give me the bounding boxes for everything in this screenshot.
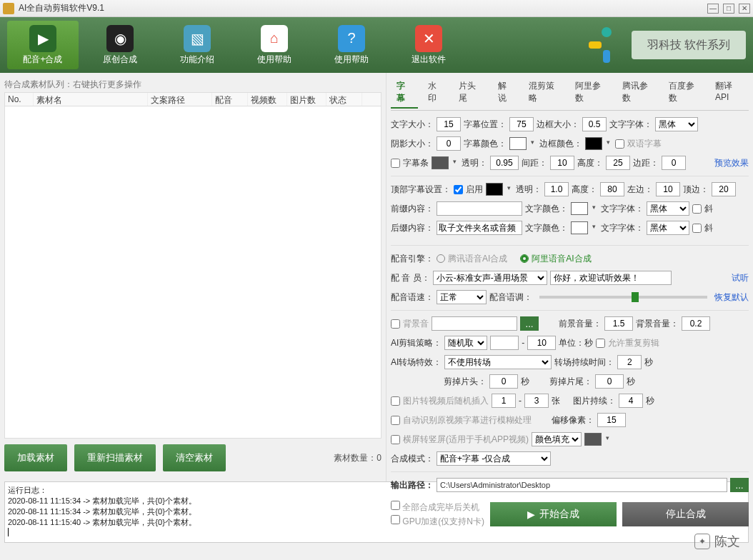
trim-head-input[interactable]	[489, 374, 518, 389]
gpu-checkbox[interactable]	[391, 515, 400, 524]
shutdown-checkbox[interactable]	[391, 501, 400, 510]
border-size-input[interactable]	[582, 117, 607, 131]
load-material-button[interactable]: 加载素材	[4, 444, 67, 471]
tool-help2[interactable]: ? 退出软件 使用帮助 使用帮助	[316, 21, 387, 69]
tab-mixcut[interactable]: 混剪策略	[523, 77, 565, 109]
engine-ali-radio[interactable]	[520, 254, 529, 263]
bgm-checkbox[interactable]	[391, 319, 400, 329]
margin-input[interactable]	[662, 156, 686, 170]
top-alpha-input[interactable]	[544, 182, 569, 196]
offset-input[interactable]	[597, 413, 626, 427]
pic-from-input[interactable]	[492, 394, 516, 408]
prefix-input[interactable]	[437, 201, 522, 216]
bilingual-checkbox[interactable]	[615, 139, 624, 149]
bar-alpha-input[interactable]	[490, 156, 519, 170]
tool-features[interactable]: ▧ 功能介绍	[161, 21, 233, 69]
font-size-input[interactable]	[437, 117, 461, 131]
shadow-input[interactable]	[437, 136, 461, 151]
top-height-input[interactable]	[600, 182, 624, 196]
material-list[interactable]	[4, 106, 382, 439]
stop-compose-button[interactable]: 停止合成	[622, 502, 749, 526]
toolbtn-label: 使用帮助	[257, 54, 291, 66]
reset-link[interactable]: 恢复默认	[714, 291, 749, 304]
label: 双语字幕	[627, 138, 662, 150]
top-color-picker[interactable]	[486, 183, 503, 196]
tool-original-compose[interactable]: ◉ 原创合成	[84, 21, 156, 69]
tool-dub-compose[interactable]: ▶ 配音+合成	[7, 21, 79, 69]
transition-select[interactable]: 不使用转场	[444, 355, 552, 369]
label: 全部合成完毕后关机	[402, 502, 479, 512]
tool-exit[interactable]: ✕ 退出软件	[393, 21, 464, 69]
tab-baidu[interactable]: 百度参数	[663, 77, 705, 109]
suffix-font-select[interactable]: 黑体	[647, 221, 689, 235]
tab-narration[interactable]: 解说	[492, 77, 519, 109]
fg-volume-input[interactable]	[604, 316, 633, 331]
minimize-button[interactable]: —	[707, 4, 719, 14]
sample-text-input[interactable]	[550, 271, 672, 285]
preview-link[interactable]: 预览效果	[714, 157, 749, 169]
brand-text: 羽科技 软件系列	[632, 31, 746, 59]
prefix-color-picker[interactable]	[571, 202, 588, 215]
fill-color-picker[interactable]	[584, 433, 602, 446]
tone-slider[interactable]	[539, 296, 707, 299]
suffix-input[interactable]	[437, 221, 522, 235]
close-button[interactable]: ✕	[739, 4, 750, 14]
border-color-picker[interactable]	[585, 137, 602, 150]
top-enable-checkbox[interactable]	[454, 185, 463, 194]
bgm-browse-button[interactable]: ...	[520, 316, 539, 331]
pic-insert-checkbox[interactable]	[391, 396, 400, 406]
allow-repeat-checkbox[interactable]	[596, 339, 605, 348]
gap-input[interactable]	[550, 156, 574, 170]
tab-subtitle[interactable]: 字幕	[391, 77, 418, 109]
col-name: 素材名	[34, 93, 148, 106]
range-from-input[interactable]	[490, 336, 519, 350]
try-listen-link[interactable]: 试听	[732, 272, 749, 284]
prefix-font-select[interactable]: 黑体	[647, 201, 689, 216]
pic-to-input[interactable]	[524, 394, 549, 408]
top-margin-input[interactable]	[712, 182, 736, 196]
maximize-button[interactable]: □	[723, 4, 734, 14]
fill-mode-select[interactable]: 颜色填充	[532, 432, 582, 446]
tab-translate[interactable]: 翻译API	[709, 77, 749, 109]
suffix-italic-checkbox[interactable]	[692, 224, 702, 233]
col-path: 文案路径	[148, 93, 212, 106]
label: 前景音量：	[559, 318, 602, 330]
pic-duration-input[interactable]	[619, 394, 643, 408]
strategy-select[interactable]: 随机取	[444, 336, 487, 350]
bar-color-picker[interactable]	[432, 156, 449, 169]
label: 前缀内容：	[391, 203, 434, 215]
label: 启用	[466, 184, 483, 196]
trim-tail-input[interactable]	[595, 374, 624, 389]
portrait-checkbox[interactable]	[391, 435, 400, 444]
compose-mode-select[interactable]: 配音+字幕 -仅合成	[437, 451, 551, 466]
voicer-select[interactable]: 小云-标准女声-通用场景	[433, 271, 547, 285]
top-left-input[interactable]	[656, 182, 680, 196]
tab-tencent[interactable]: 腾讯参数	[617, 77, 659, 109]
output-path-input[interactable]: C:\Users\Administrator\Desktop	[437, 478, 727, 492]
font-select[interactable]: 黑体	[655, 117, 698, 131]
tool-help[interactable]: ⌂ 使用帮助	[239, 21, 310, 69]
clapper-icon: ▶	[29, 25, 56, 52]
start-compose-button[interactable]: ▶ 开始合成	[490, 502, 617, 526]
tab-headtail[interactable]: 片头尾	[453, 77, 487, 109]
subtitle-pos-input[interactable]	[509, 117, 534, 131]
bg-volume-input[interactable]	[682, 316, 710, 331]
speed-select[interactable]: 正常	[437, 290, 487, 304]
subtitle-color-picker[interactable]	[509, 137, 527, 150]
tab-watermark[interactable]: 水印	[422, 77, 449, 109]
range-to-input[interactable]	[527, 336, 556, 350]
transition-duration-input[interactable]	[617, 355, 642, 369]
engine-tencent-radio[interactable]	[437, 254, 445, 263]
output-browse-button[interactable]: ...	[730, 478, 749, 492]
bgm-path-input[interactable]	[432, 316, 517, 331]
subtitle-bar-checkbox[interactable]	[391, 159, 400, 168]
blur-checkbox[interactable]	[391, 416, 400, 425]
suffix-color-picker[interactable]	[571, 221, 588, 234]
clear-material-button[interactable]: 清空素材	[163, 444, 226, 471]
label: AI剪辑策略：	[391, 337, 442, 349]
prefix-italic-checkbox[interactable]	[692, 204, 702, 214]
label: 自动识别原视频字幕进行模糊处理	[403, 414, 532, 426]
height-input[interactable]	[606, 156, 630, 170]
rescan-material-button[interactable]: 重新扫描素材	[74, 444, 156, 471]
tab-ali[interactable]: 阿里参数	[569, 77, 612, 109]
